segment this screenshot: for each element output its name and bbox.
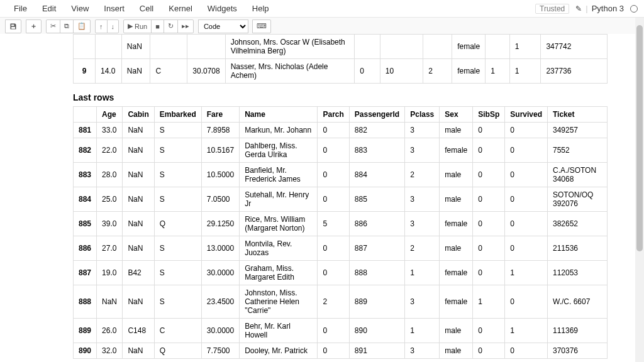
table-row: 88328.0NaNS10.5000Banfield, Mr. Frederic…	[74, 163, 608, 187]
add-cell-button[interactable]: ＋	[26, 19, 42, 33]
table-row: 88425.0NaNS7.0500Sutehall, Mr. Henry Jr0…	[74, 187, 608, 212]
run-label: Run	[135, 23, 147, 30]
last-rows-title: Last rows	[73, 92, 644, 102]
menubar: File Edit View Insert Cell Kernel Widget…	[0, 0, 644, 18]
menu-cell[interactable]: Cell	[132, 4, 161, 13]
stop-button[interactable]: ■	[151, 19, 164, 33]
table-row: 89032.0NaNQ7.7500Dooley, Mr. Patrick0891…	[74, 343, 608, 359]
first-rows-table-tail: NaN Johnson, Mrs. Oscar W (Elisabeth Vil…	[73, 34, 608, 84]
table-header-row: Age Cabin Embarked Fare Name Parch Passe…	[74, 107, 608, 123]
vertical-scrollbar[interactable]	[635, 18, 644, 362]
notebook-area: NaN Johnson, Mrs. Oscar W (Elisabeth Vil…	[0, 34, 644, 362]
menu-edit[interactable]: Edit	[35, 4, 64, 13]
toolbar: ＋ ✂ ⧉ 📋 ↑ ↓ ▶ Run ■ ↻ ▸▸ Code ⌨	[0, 18, 644, 35]
restart-button[interactable]: ↻	[164, 19, 178, 33]
table-row: 88539.0NaNQ29.1250Rice, Mrs. William (Ma…	[74, 212, 608, 236]
paste-button[interactable]: 📋	[73, 19, 91, 33]
trusted-badge[interactable]: Trusted	[535, 4, 569, 14]
table-row: 9 14.0 NaN C 30.0708 Nasser, Mrs. Nichol…	[74, 59, 608, 84]
menu-kernel[interactable]: Kernel	[161, 4, 200, 13]
table-row: 888NaNNaNS23.4500Johnston, Miss. Catheri…	[74, 285, 608, 319]
save-button[interactable]	[5, 19, 21, 33]
copy-button[interactable]: ⧉	[60, 19, 74, 33]
menu-insert[interactable]: Insert	[96, 4, 132, 13]
menu-help[interactable]: Help	[245, 4, 277, 13]
table-row: 88133.0NaNS7.8958Markun, Mr. Johann08823…	[74, 123, 608, 138]
table-row: 88627.0NaNS13.0000Montvila, Rev. Juozas0…	[74, 236, 608, 261]
table-row: NaN Johnson, Mrs. Oscar W (Elisabeth Vil…	[74, 35, 608, 59]
move-up-button[interactable]: ↑	[95, 19, 108, 33]
cut-button[interactable]: ✂	[46, 19, 60, 33]
save-icon	[9, 23, 17, 30]
last-rows-table: Age Cabin Embarked Fare Name Parch Passe…	[73, 106, 608, 359]
move-down-button[interactable]: ↓	[107, 19, 119, 33]
celltype-select[interactable]: Code	[198, 19, 248, 33]
menu-widgets[interactable]: Widgets	[200, 4, 245, 13]
scrollbar-thumb[interactable]	[636, 25, 643, 251]
pencil-icon[interactable]: ✎	[575, 4, 582, 13]
kernel-name[interactable]: Python 3	[592, 4, 624, 13]
run-button[interactable]: ▶ Run	[123, 19, 152, 33]
menu-view[interactable]: View	[64, 4, 96, 13]
table-row: 88719.0B42S30.0000Graham, Miss. Margaret…	[74, 261, 608, 285]
table-row: 88926.0C148C30.0000Behr, Mr. Karl Howell…	[74, 319, 608, 343]
menu-file[interactable]: File	[6, 4, 35, 13]
table-row: 88222.0NaNS10.5167Dahlberg, Miss. Gerda …	[74, 138, 608, 163]
fastforward-button[interactable]: ▸▸	[177, 19, 194, 33]
command-palette-button[interactable]: ⌨	[252, 19, 271, 33]
kernel-indicator-icon	[630, 5, 638, 13]
